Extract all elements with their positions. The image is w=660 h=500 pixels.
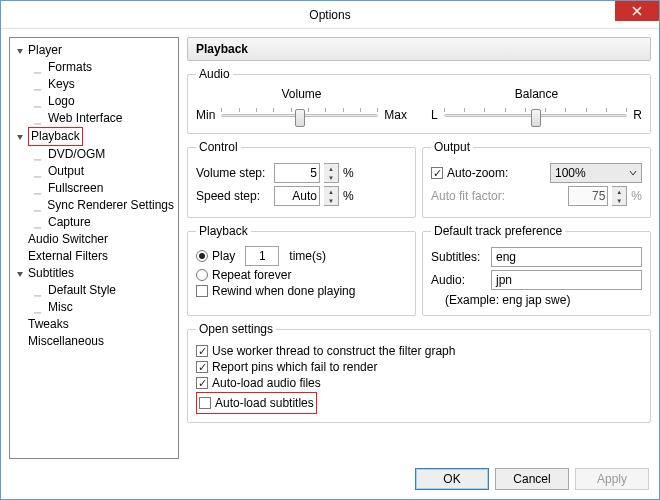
apply-button: Apply (575, 468, 649, 490)
auto-fit-spinner: ▲▼ (612, 186, 627, 206)
panel-title: Playback (187, 37, 651, 61)
close-button[interactable] (615, 1, 659, 21)
ok-button[interactable]: OK (415, 468, 489, 490)
speed-step-label: Speed step: (196, 189, 270, 203)
rewind-checkbox[interactable]: Rewind when done playing (196, 284, 407, 298)
play-radio[interactable]: Play time(s) (196, 246, 407, 266)
tree-miscellaneous[interactable]: Miscellaneous (14, 333, 178, 350)
tree-logo[interactable]: ⎯Logo (14, 93, 178, 110)
track-example: (Example: eng jap swe) (431, 293, 642, 307)
tree-fullscreen[interactable]: ⎯Fullscreen (14, 180, 178, 197)
audio-group: Audio Volume Min Max (187, 67, 651, 134)
repeat-forever-radio[interactable]: Repeat forever (196, 268, 407, 282)
tree-subtitles[interactable]: Subtitles (14, 265, 178, 282)
subtitles-input[interactable]: eng (491, 247, 642, 267)
play-count-input[interactable] (245, 246, 279, 266)
autoload-subtitles-checkbox[interactable]: Auto-load subtitles (199, 396, 314, 410)
output-group: Output Auto-zoom: 100% Auto fit factor: (422, 140, 651, 218)
volume-slider[interactable] (221, 105, 378, 125)
auto-fit-label: Auto fit factor: (431, 189, 505, 203)
cancel-button[interactable]: Cancel (495, 468, 569, 490)
tree-audio-switcher[interactable]: Audio Switcher (14, 231, 178, 248)
tree-default-style[interactable]: ⎯Default Style (14, 282, 178, 299)
dialog-footer: OK Cancel Apply (1, 459, 659, 499)
track-pref-group: Default track preference Subtitles: eng … (422, 224, 651, 316)
playback-group: Playback Play time(s) Repeat forever Rew… (187, 224, 416, 316)
worker-thread-checkbox[interactable]: Use worker thread to construct the filte… (196, 344, 642, 358)
chevron-down-icon (629, 169, 637, 177)
open-settings-group: Open settings Use worker thread to const… (187, 322, 651, 423)
tree-keys[interactable]: ⎯Keys (14, 76, 178, 93)
report-pins-checkbox[interactable]: Report pins which fail to render (196, 360, 642, 374)
control-group: Control Volume step: ▲▼ % Speed step: ▲▼… (187, 140, 416, 218)
volume-step-spinner[interactable]: ▲▼ (324, 163, 339, 183)
close-icon (632, 6, 642, 16)
volume-label: Volume (281, 87, 321, 101)
window-title: Options (309, 8, 350, 22)
speed-step-input[interactable] (274, 186, 320, 206)
tree-web-interface[interactable]: ⎯Web Interface (14, 110, 178, 127)
tree-misc[interactable]: ⎯Misc (14, 299, 178, 316)
tree-formats[interactable]: ⎯Formats (14, 59, 178, 76)
settings-panel: Playback Audio Volume Min (187, 37, 651, 459)
volume-step-label: Volume step: (196, 166, 270, 180)
audio-input[interactable]: jpn (491, 270, 642, 290)
collapse-icon[interactable] (14, 133, 26, 141)
tree-sync-renderer[interactable]: ⎯Sync Renderer Settings (14, 197, 178, 214)
titlebar: Options (1, 1, 659, 29)
options-window: Options Player ⎯Formats ⎯Keys ⎯Logo ⎯Web… (0, 0, 660, 500)
tree-player[interactable]: Player (14, 42, 178, 59)
tree-dvd-ogm[interactable]: ⎯DVD/OGM (14, 146, 178, 163)
speed-step-spinner[interactable]: ▲▼ (324, 186, 339, 206)
collapse-icon[interactable] (14, 270, 26, 278)
tree-playback[interactable]: Playback (14, 127, 178, 146)
category-tree[interactable]: Player ⎯Formats ⎯Keys ⎯Logo ⎯Web Interfa… (9, 37, 179, 459)
auto-zoom-select[interactable]: 100% (550, 163, 642, 183)
balance-label: Balance (515, 87, 558, 101)
tree-external-filters[interactable]: External Filters (14, 248, 178, 265)
tree-capture[interactable]: ⎯Capture (14, 214, 178, 231)
tree-tweaks[interactable]: Tweaks (14, 316, 178, 333)
tree-output[interactable]: ⎯Output (14, 163, 178, 180)
auto-zoom-checkbox[interactable]: Auto-zoom: (431, 166, 508, 180)
audio-label: Audio: (431, 273, 487, 287)
collapse-icon[interactable] (14, 47, 26, 55)
balance-slider[interactable] (444, 105, 628, 125)
volume-step-input[interactable] (274, 163, 320, 183)
auto-fit-input (568, 186, 608, 206)
autoload-audio-checkbox[interactable]: Auto-load audio files (196, 376, 642, 390)
subtitles-label: Subtitles: (431, 250, 487, 264)
